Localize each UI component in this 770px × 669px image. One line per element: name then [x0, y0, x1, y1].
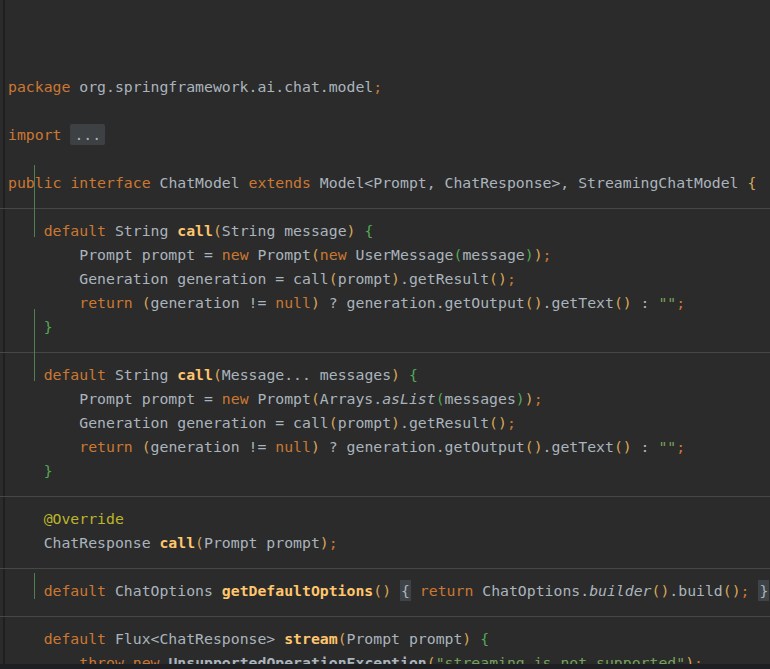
code-token: )	[525, 390, 534, 407]
code-token: prompt	[338, 270, 391, 287]
code-token	[8, 222, 44, 239]
indent-guide	[34, 573, 35, 599]
code-token: ()	[723, 582, 741, 599]
code-token: )	[525, 246, 534, 263]
code-token: new	[320, 246, 347, 263]
code-line[interactable]: ChatResponse call(Prompt prompt);	[0, 531, 770, 555]
code-line[interactable]: return (generation != null) ? generation…	[0, 435, 770, 459]
code-token: )	[462, 630, 471, 647]
code-line[interactable]	[0, 147, 770, 171]
code-token: null	[275, 438, 311, 455]
code-line[interactable]: Prompt prompt = new Prompt(new UserMessa…	[0, 243, 770, 267]
code-token: Prompt	[249, 390, 311, 407]
code-line[interactable]: default Flux<ChatResponse> stream(Prompt…	[0, 627, 770, 651]
code-token: Model<Prompt, ChatResponse>, StreamingCh…	[311, 174, 748, 191]
code-token: ;	[676, 438, 685, 455]
code-token: interface	[70, 174, 150, 191]
code-token: getDefaultOptions	[222, 582, 373, 599]
code-token	[8, 630, 44, 647]
code-token: Prompt prompt =	[8, 390, 222, 407]
code-token: generation !=	[151, 438, 276, 455]
code-token: ""	[658, 294, 676, 311]
code-token: builder	[589, 582, 651, 599]
code-line[interactable]: Generation generation = call(prompt).get…	[0, 267, 770, 291]
code-token: )	[391, 270, 400, 287]
code-token: ()	[614, 294, 632, 311]
code-token: ;	[329, 534, 338, 551]
code-token: {	[409, 366, 418, 383]
code-token: return	[79, 438, 132, 455]
code-line[interactable]: @Override	[0, 507, 770, 531]
folded-imports-badge[interactable]: ...	[70, 124, 105, 145]
code-token: return	[420, 582, 473, 599]
code-token: ;	[507, 414, 516, 431]
code-token	[133, 438, 142, 455]
code-token: default	[44, 366, 106, 383]
code-token: )	[311, 294, 320, 311]
code-token	[411, 582, 420, 599]
code-editor[interactable]: package org.springframework.ai.chat.mode…	[0, 0, 770, 669]
code-line[interactable]	[0, 555, 770, 579]
code-token: ChatOptions	[106, 582, 222, 599]
code-token: default	[44, 222, 106, 239]
code-line[interactable]: Prompt prompt = new Prompt(Arrays.asList…	[0, 387, 770, 411]
code-lines: package org.springframework.ai.chat.mode…	[0, 75, 770, 669]
code-line[interactable]	[0, 99, 770, 123]
code-token: extends	[249, 174, 311, 191]
code-token	[471, 630, 480, 647]
code-line[interactable]	[0, 483, 770, 507]
indent-guide	[34, 165, 35, 237]
code-token: import	[8, 126, 61, 143]
code-token: ()	[373, 582, 391, 599]
code-token: (	[213, 366, 222, 383]
code-line[interactable]: }	[0, 459, 770, 483]
code-token: messages	[445, 390, 516, 407]
code-token: ;	[507, 270, 516, 287]
code-line[interactable]: package org.springframework.ai.chat.mode…	[0, 75, 770, 99]
code-token: ;	[741, 582, 750, 599]
code-token: )	[311, 438, 320, 455]
code-line[interactable]: public interface ChatModel extends Model…	[0, 171, 770, 195]
code-token: {	[364, 222, 373, 239]
code-line[interactable]: default String call(Message... messages)…	[0, 363, 770, 387]
code-token: ()	[489, 414, 507, 431]
code-token: (	[311, 246, 320, 263]
code-line[interactable]	[0, 603, 770, 627]
code-token: (	[213, 222, 222, 239]
code-token: ()	[525, 438, 543, 455]
code-line[interactable]: default ChatOptions getDefaultOptions() …	[0, 579, 770, 603]
code-token: generation !=	[151, 294, 276, 311]
code-line[interactable]	[0, 195, 770, 219]
code-token: {	[747, 174, 756, 191]
code-token: return	[79, 294, 132, 311]
code-token: String	[106, 366, 177, 383]
code-token: .getResult	[400, 414, 489, 431]
code-token: ChatModel	[151, 174, 249, 191]
code-token: default	[44, 630, 106, 647]
code-line[interactable]: }	[0, 315, 770, 339]
code-token: (	[142, 294, 151, 311]
code-token: (	[338, 630, 347, 647]
code-token: Generation generation = call	[8, 270, 329, 287]
code-line[interactable]: Generation generation = call(prompt).get…	[0, 411, 770, 435]
code-token: Prompt prompt	[347, 630, 463, 647]
code-token	[8, 294, 79, 311]
code-token: ChatResponse	[8, 534, 159, 551]
code-token: null	[275, 294, 311, 311]
code-token: {	[480, 630, 489, 647]
code-line[interactable]	[0, 339, 770, 363]
code-token	[8, 366, 44, 383]
code-token: .build	[669, 582, 722, 599]
code-token: default	[44, 582, 106, 599]
code-token: (	[329, 414, 338, 431]
code-line[interactable]: import ...	[0, 123, 770, 147]
code-line[interactable]: default String call(String message) {	[0, 219, 770, 243]
code-token: (	[195, 534, 204, 551]
code-token: )	[391, 414, 400, 431]
code-token	[391, 582, 400, 599]
code-line[interactable]: return (generation != null) ? generation…	[0, 291, 770, 315]
code-token: :	[632, 294, 659, 311]
code-token: String	[106, 222, 177, 239]
code-token: )	[534, 246, 543, 263]
code-token: asList	[382, 390, 435, 407]
